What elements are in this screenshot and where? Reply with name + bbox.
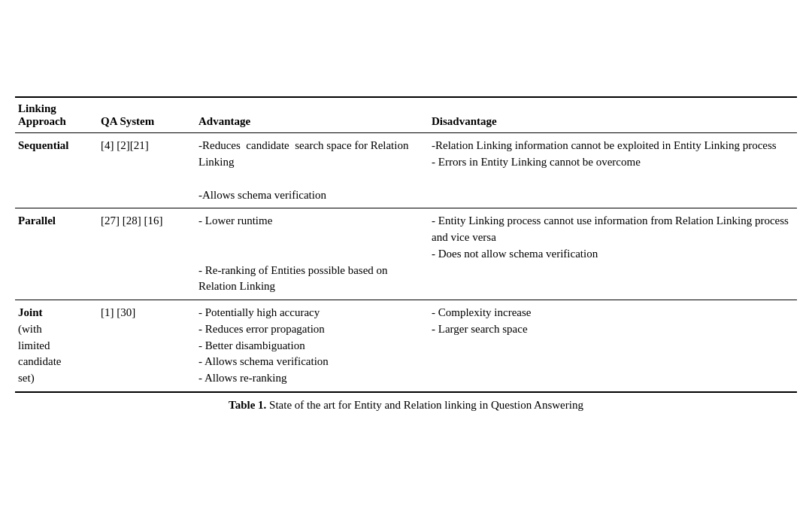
- header-row: Linking Approach QA System Advantage Dis…: [15, 97, 797, 133]
- table-row: Joint (with limited candidate set) [1] […: [15, 300, 797, 392]
- table-row: Parallel [27] [28] [16] - Lower runtime …: [15, 208, 797, 300]
- cell-disadvantage-joint: - Complexity increase - Larger search sp…: [429, 300, 797, 392]
- cell-disadvantage-parallel: - Entity Linking process cannot use info…: [429, 208, 797, 300]
- cell-advantage-parallel: - Lower runtime - Re-ranking of Entities…: [195, 208, 429, 300]
- cell-approach-parallel: Parallel: [15, 208, 98, 300]
- caption-bold-part: Table 1.: [229, 399, 266, 411]
- table-caption: Table 1. State of the art for Entity and…: [15, 393, 797, 415]
- table-container: Linking Approach QA System Advantage Dis…: [15, 96, 797, 415]
- cell-qa-parallel: [27] [28] [16]: [98, 208, 195, 300]
- cell-advantage-sequential: -Reduces candidate search space for Rela…: [195, 133, 429, 208]
- caption-rest: State of the art for Entity and Relation…: [266, 399, 583, 411]
- header-disadvantage: Disadvantage: [429, 97, 797, 133]
- cell-qa-sequential: [4] [2][21]: [98, 133, 195, 208]
- cell-disadvantage-sequential: -Relation Linking information cannot be …: [429, 133, 797, 208]
- cell-qa-joint: [1] [30]: [98, 300, 195, 392]
- cell-advantage-joint: - Potentially high accuracy - Reduces er…: [195, 300, 429, 392]
- table-row: Sequential [4] [2][21] -Reduces candidat…: [15, 133, 797, 208]
- main-table: Linking Approach QA System Advantage Dis…: [15, 96, 797, 393]
- header-qa: QA System: [98, 97, 195, 133]
- cell-approach-sequential: Sequential: [15, 133, 98, 208]
- header-approach: Linking Approach: [15, 97, 98, 133]
- header-advantage: Advantage: [195, 97, 429, 133]
- cell-approach-joint: Joint (with limited candidate set): [15, 300, 98, 392]
